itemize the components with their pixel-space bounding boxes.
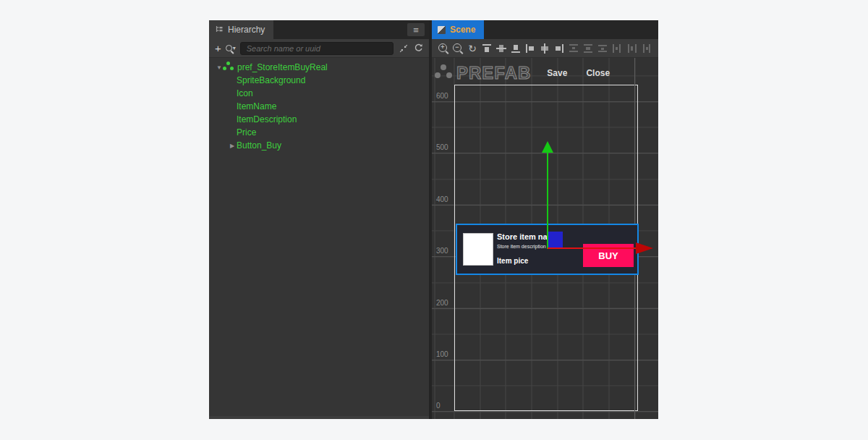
align-v-center-icon[interactable] bbox=[495, 43, 507, 54]
item-description-label: Store item description bbox=[497, 244, 546, 249]
hierarchy-tabbar: Hierarchy ≡ bbox=[209, 20, 429, 39]
align-left-icon[interactable] bbox=[524, 43, 536, 54]
hierarchy-tree-icon bbox=[215, 25, 224, 34]
refresh-icon[interactable] bbox=[414, 43, 423, 53]
scene-panel: Scene PREFAB Save Close Store item name … bbox=[432, 20, 658, 419]
tree-node-row[interactable]: ▶Button_Buy bbox=[209, 139, 429, 152]
distribute-bottom-icon bbox=[597, 43, 608, 54]
align-right-icon[interactable] bbox=[553, 43, 565, 54]
tree-node-label: SpriteBackground bbox=[237, 75, 305, 85]
ruler-label: 0 bbox=[436, 402, 441, 410]
prefab-edit-header: PREFAB Save Close bbox=[437, 63, 616, 83]
tab-scene[interactable]: Scene bbox=[432, 20, 484, 39]
prefab-watermark: PREFAB bbox=[456, 63, 531, 83]
ruler-label: 300 bbox=[436, 247, 448, 255]
align-bottom-icon[interactable] bbox=[510, 43, 522, 54]
tree-collapsed-arrow-icon[interactable]: ▶ bbox=[228, 143, 237, 149]
hierarchy-panel: Hierarchy ≡ + ▾ bbox=[209, 20, 429, 419]
tree-node-row[interactable]: ItemName bbox=[209, 100, 429, 113]
scene-icon bbox=[438, 26, 446, 34]
prefab-icon bbox=[441, 64, 446, 70]
tree-node-label: ItemName bbox=[237, 101, 276, 111]
hierarchy-tree: ▼pref_StoreItemBuyRealSpriteBackgroundIc… bbox=[209, 58, 429, 419]
ruler-label: 100 bbox=[436, 350, 448, 358]
item-price-label: Item pice bbox=[497, 257, 528, 265]
align-top-icon[interactable] bbox=[481, 43, 493, 54]
ruler-label: 200 bbox=[436, 299, 448, 307]
ruler-label: 500 bbox=[436, 143, 448, 151]
tree-node-label: Icon bbox=[237, 88, 253, 98]
buy-button-label: BUY bbox=[598, 250, 618, 261]
hierarchy-toolbar: + ▾ bbox=[209, 39, 429, 58]
hierarchy-tab-label: Hierarchy bbox=[228, 25, 265, 35]
distribute-h-center-icon bbox=[626, 43, 637, 54]
gizmo-xy-plane-handle[interactable] bbox=[548, 232, 563, 248]
ruler-label: 600 bbox=[436, 92, 448, 100]
prefab-node-icon bbox=[226, 62, 230, 65]
tree-node-label: Button_Buy bbox=[237, 140, 281, 151]
panel-menu-icon[interactable]: ≡ bbox=[407, 23, 425, 36]
gizmo-y-arrowhead-icon[interactable] bbox=[542, 141, 553, 153]
gizmo-x-axis[interactable] bbox=[548, 248, 636, 249]
ruler-label: 400 bbox=[436, 195, 448, 203]
tree-node-row[interactable]: Icon bbox=[209, 87, 429, 100]
tree-node-row[interactable]: ▼pref_StoreItemBuyReal bbox=[209, 61, 429, 74]
distribute-top-icon bbox=[568, 43, 579, 54]
distribute-left-icon bbox=[611, 43, 623, 54]
item-icon-sprite[interactable] bbox=[463, 233, 493, 266]
align-h-center-icon[interactable] bbox=[539, 43, 550, 54]
caret-down-icon: ▾ bbox=[233, 46, 236, 51]
distribute-v-center-icon bbox=[582, 43, 594, 54]
tab-hierarchy[interactable]: Hierarchy bbox=[209, 20, 273, 39]
magnifier-icon bbox=[226, 45, 232, 51]
scene-tab-label: Scene bbox=[450, 25, 475, 35]
tree-node-label: ItemDescription bbox=[237, 114, 297, 124]
distribute-right-icon bbox=[640, 43, 652, 54]
gizmo-y-axis[interactable] bbox=[547, 152, 548, 249]
gizmo-x-arrowhead-icon[interactable] bbox=[636, 242, 653, 254]
hierarchy-toolbar-right bbox=[398, 43, 423, 53]
close-button[interactable]: Close bbox=[580, 65, 616, 81]
tree-node-label: pref_StoreItemBuyReal bbox=[237, 62, 328, 72]
tree-node-label: Price bbox=[237, 127, 256, 138]
save-button[interactable]: Save bbox=[541, 65, 573, 81]
collapse-all-icon[interactable] bbox=[399, 44, 408, 53]
tree-node-row[interactable]: SpriteBackground bbox=[209, 74, 429, 87]
scene-canvas[interactable]: PREFAB Save Close Store item name Store … bbox=[432, 58, 658, 419]
scene-toolbar bbox=[432, 39, 658, 58]
editor-window: Hierarchy ≡ + ▾ bbox=[209, 20, 658, 419]
search-filter-icon[interactable]: ▾ bbox=[226, 45, 236, 51]
reset-view-icon[interactable] bbox=[467, 43, 478, 54]
tree-expanded-arrow-icon[interactable]: ▼ bbox=[215, 64, 224, 71]
tree-node-row[interactable]: Price bbox=[209, 126, 429, 139]
add-node-button[interactable]: + bbox=[215, 43, 221, 54]
search-input[interactable] bbox=[240, 42, 393, 55]
zoom-out-icon[interactable] bbox=[452, 43, 464, 54]
zoom-in-icon[interactable] bbox=[438, 43, 449, 54]
scene-tabbar: Scene bbox=[432, 20, 658, 39]
tree-node-row[interactable]: ItemDescription bbox=[209, 113, 429, 126]
